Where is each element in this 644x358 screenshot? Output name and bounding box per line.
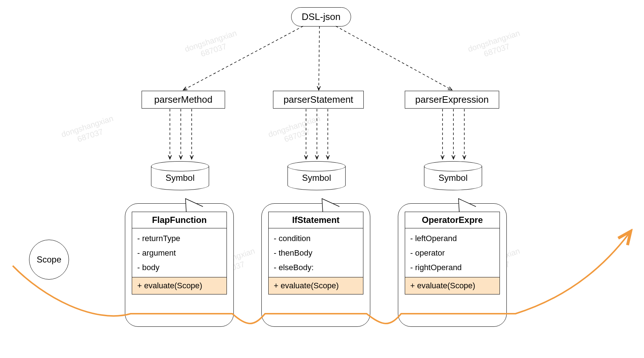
parser-statement-label: parserStatement [284,94,353,105]
class-title: IfStatement [269,212,363,228]
callout-flapfunction: FlapFunction - returnType - argument - b… [125,203,234,327]
field: - rightOperand [410,260,494,275]
root-label: DSL-json [302,11,341,22]
class-method: + evaluate(Scope) [132,277,227,294]
symbol-cylinder-2: Symbol [288,161,346,190]
field: - condition [274,231,358,246]
class-method: + evaluate(Scope) [269,277,363,294]
parser-method-box: parserMethod [142,91,225,109]
symbol-cylinder-3: Symbol [424,161,482,190]
watermark: dongshangxian687037 [183,28,241,63]
class-title: FlapFunction [132,212,227,228]
field: - operator [410,246,494,260]
diagram-stage: dongshangxian687037 dongshangxian687037 … [0,0,644,358]
symbol-cylinder-1: Symbol [151,161,209,190]
field: - elseBody: [274,260,358,275]
symbol-label: Symbol [151,173,209,183]
parser-statement-box: parserStatement [273,91,364,109]
class-method: + evaluate(Scope) [405,277,500,294]
field-list: - condition - thenBody - elseBody: [269,228,363,277]
watermark: dongshangxian687037 [60,114,117,149]
scope-label: Scope [37,255,61,265]
field: - leftOperand [410,231,494,246]
class-card-ifstatement: IfStatement - condition - thenBody - els… [268,212,363,294]
field: - body [137,260,221,275]
parser-method-label: parserMethod [154,94,212,105]
watermark: dongshangxian687037 [466,28,524,63]
field: - argument [137,246,221,260]
class-card-flapfunction: FlapFunction - returnType - argument - b… [132,212,227,294]
symbol-label: Symbol [288,173,346,183]
class-card-operatorexpr: OperatorExpre - leftOperand - operator -… [405,212,500,294]
field: - returnType [137,231,221,246]
parser-expression-label: parserExpression [415,94,489,105]
field-list: - leftOperand - operator - rightOperand [405,228,500,277]
class-title: OperatorExpre [405,212,500,228]
field-list: - returnType - argument - body [132,228,227,277]
field: - thenBody [274,246,358,260]
callout-operatorexpr: OperatorExpre - leftOperand - operator -… [398,203,507,327]
watermark: dongshangxian687037 [267,114,324,149]
scope-node: Scope [29,240,69,280]
callout-ifstatement: IfStatement - condition - thenBody - els… [261,203,370,327]
parser-expression-box: parserExpression [405,91,499,109]
root-node: DSL-json [291,7,351,27]
symbol-label: Symbol [424,173,482,183]
